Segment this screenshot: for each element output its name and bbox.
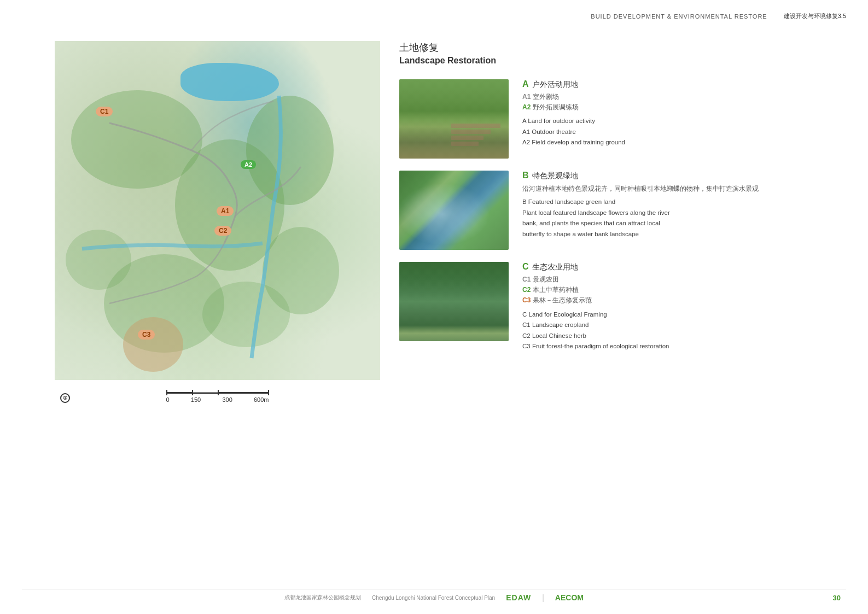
scale-0: 0 (166, 396, 170, 403)
cat-letter-b: B (522, 171, 529, 180)
footer-page: 30 (833, 594, 841, 602)
desc-c-line1: C Land for Ecological Framing (522, 309, 848, 320)
svg-point-6 (202, 282, 290, 347)
desc-c-line3: C2 Local Chinese herb (522, 331, 848, 342)
header-cn-label: 建设开发与环境修复3.5 (784, 12, 846, 20)
c2-cn: 本土中草药种植 (533, 286, 579, 294)
map-background: C1 A2 A1 C2 C3 (55, 41, 380, 380)
desc-a-line3: A2 Field develop and training ground (522, 137, 848, 148)
sub-item-a1: A1 室外剧场 (522, 92, 848, 102)
title-cn: 土地修复 (399, 41, 848, 54)
outdoor-photo (399, 79, 509, 159)
section-a: A 户外活动用地 A1 室外剧场 A2 野外拓展调练场 A Land for o… (399, 79, 848, 159)
desc-b-line3: bank, and plants the species that can at… (522, 218, 848, 229)
desc-b-line1: B Featured landscape green land (522, 197, 848, 208)
footer-brand1: EDAW (506, 593, 531, 602)
section-a-text: A 户外活动用地 A1 室外剧场 A2 野外拓展调练场 A Land for o… (522, 79, 848, 148)
scale-300: 300 (222, 396, 232, 403)
right-panel: 土地修复 Landscape Restoration A 户外活动用地 (399, 41, 848, 364)
sub-items-a: A1 室外剧场 A2 野外拓展调练场 (522, 92, 848, 113)
label-a2: A2 (522, 103, 531, 111)
map-label-a2: A2 (241, 160, 256, 169)
compass: ① (60, 393, 70, 403)
desc-c-line4: C3 Fruit forest-the paradigm of ecologic… (522, 341, 848, 352)
map-label-c3: C3 (138, 330, 155, 340)
footer-line (22, 589, 846, 589)
footer-cn: 成都龙池国家森林公园概念规划 (284, 594, 361, 601)
map-label-c2: C2 (214, 226, 231, 236)
svg-point-7 (123, 317, 183, 372)
cat-b-heading: B 特色景观绿地 (522, 171, 848, 181)
scale-150: 150 (191, 396, 201, 403)
label-c1: C1 (522, 276, 531, 283)
a2-cn: 野外拓展调练场 (533, 103, 579, 111)
desc-b-line4: butterfly to shape a water bank landscap… (522, 229, 848, 240)
map-label-c1: C1 (96, 107, 113, 116)
footer-brand2: AECOM (555, 593, 584, 602)
photo-a (399, 79, 509, 159)
footer: 成都龙池国家森林公园概念规划 Chengdu Longchi National … (0, 593, 868, 602)
label-a1: A1 (522, 93, 531, 101)
c1-cn: 景观农田 (533, 276, 559, 283)
desc-c-line2: C1 Landscape cropland (522, 320, 848, 331)
desc-a-line2: A1 Outdoor theatre (522, 127, 848, 138)
sub-item-c2: C2 本土中草药种植 (522, 285, 848, 295)
forest-photo (399, 262, 509, 341)
desc-b: B Featured landscape green land Plant lo… (522, 197, 848, 239)
svg-point-5 (66, 230, 131, 290)
sub-item-c3: C3 果林－生态修复示范 (522, 295, 848, 306)
sub-item-c1: C1 景观农田 (522, 274, 848, 285)
desc-c: C Land for Ecological Framing C1 Landsca… (522, 309, 848, 352)
label-c3: C3 (522, 296, 531, 304)
page-header: BUILD DEVELOPMENT & ENVIRONMENTAL RESTOR… (591, 12, 846, 20)
footer-en: Chengdu Longchi National Forest Conceptu… (372, 595, 495, 601)
a1-cn: 室外剧场 (533, 93, 559, 101)
map-container: C1 A2 A1 C2 C3 0 150 300 600m ① (55, 41, 380, 380)
scale-600: 600m (254, 396, 269, 403)
cat-c-heading: C 生态农业用地 (522, 262, 848, 272)
cat-a-heading: A 户外活动用地 (522, 79, 848, 90)
river-photo (399, 171, 509, 250)
map-label-a1: A1 (217, 206, 234, 216)
sub-items-c: C1 景观农田 C2 本土中草药种植 C3 果林－生态修复示范 (522, 274, 848, 306)
section-b-text: B 特色景观绿地 沿河道种植本地特色景观花卉，同时种植吸引本地蝴蝶的物种，集中打… (522, 171, 848, 240)
cat-letter-a: A (522, 79, 529, 89)
header-en-label: BUILD DEVELOPMENT & ENVIRONMENTAL RESTOR… (591, 13, 767, 20)
section-c-text: C 生态农业用地 C1 景观农田 C2 本土中草药种植 C3 果林－生态修复示范 (522, 262, 848, 352)
footer-sep: | (542, 593, 544, 602)
label-c2: C2 (522, 286, 531, 294)
cat-a-cn: 户外活动用地 (532, 80, 578, 90)
title-en: Landscape Restoration (399, 56, 848, 66)
scale-bar: 0 150 300 600m (166, 390, 269, 403)
c3-cn: 果林－生态修复示范 (533, 296, 592, 304)
section-b: B 特色景观绿地 沿河道种植本地特色景观花卉，同时种植吸引本地蝴蝶的物种，集中打… (399, 171, 848, 250)
photo-c (399, 262, 509, 341)
sub-item-a2: A2 野外拓展调练场 (522, 102, 848, 113)
photo-b (399, 171, 509, 250)
cat-c-cn: 生态农业用地 (532, 262, 578, 272)
desc-a-line1: A Land for outdoor activity (522, 116, 848, 127)
desc-a: A Land for outdoor activity A1 Outdoor t… (522, 116, 848, 148)
cat-letter-c: C (522, 262, 529, 272)
cn-desc-b: 沿河道种植本地特色景观花卉，同时种植吸引本地蝴蝶的物种，集中打造滨水景观 (522, 183, 848, 194)
section-title: 土地修复 Landscape Restoration (399, 41, 848, 66)
cat-b-cn: 特色景观绿地 (532, 171, 578, 181)
desc-b-line2: Plant local featured landscape flowers a… (522, 208, 848, 219)
section-c: C 生态农业用地 C1 景观农田 C2 本土中草药种植 C3 果林－生态修复示范 (399, 262, 848, 352)
svg-point-2 (246, 96, 334, 205)
